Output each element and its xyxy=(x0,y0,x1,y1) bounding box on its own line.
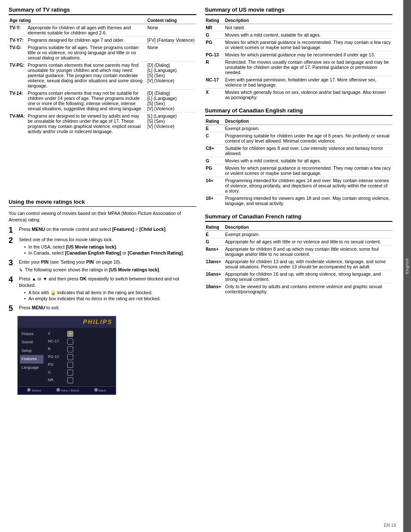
unlocked-icon[interactable] xyxy=(67,362,73,368)
step-subs: In the USA, select [US Movie ratings loc… xyxy=(24,244,196,256)
table-row: RRestricted. The movies usually contain … xyxy=(205,59,393,76)
step-content: Select one of the menus for movie rating… xyxy=(19,236,196,256)
list-item: A box with 🔒 indicates that all items in… xyxy=(24,289,196,296)
table-row: NRNot rated. xyxy=(205,24,393,31)
step-text: Press MENU on the remote control and sel… xyxy=(19,226,196,233)
canadian-french-section: Summary of Canadian French rating Rating… xyxy=(205,213,393,295)
rating-cell: 16ans+ xyxy=(205,271,224,283)
us-col-rating: Rating xyxy=(205,17,224,24)
table-row: EExempt program. xyxy=(205,125,393,132)
tv-bottom-btn[interactable]: Back xyxy=(94,388,106,393)
tv-menu-item[interactable]: Language xyxy=(20,364,44,372)
desc-cell: Movies with a mild content, suitable for… xyxy=(224,157,393,165)
unlocked-icon[interactable] xyxy=(67,370,73,376)
rating-cell: 8ans+ xyxy=(205,246,224,258)
step-arrow: ↳The following screen shows the ratings … xyxy=(19,267,196,273)
unlocked-icon[interactable] xyxy=(67,339,73,345)
unlocked-icon[interactable] xyxy=(67,354,73,360)
table-row: TV-MA:Programs are designed to be viewed… xyxy=(9,112,196,135)
main-content: Summary of TV ratings Age rating Content… xyxy=(0,0,403,532)
rating-cell: C8+ xyxy=(205,145,224,157)
table-row: TV-PG:Programs contain elements that som… xyxy=(9,62,196,90)
step-number: 4 xyxy=(9,276,16,283)
rating-cell: PG xyxy=(205,39,224,51)
tv-body: PictureSoundSetupFeaturesLanguage X🔒NC-1… xyxy=(18,328,116,386)
movie-lock-title: Using the movie ratings lock xyxy=(9,199,196,207)
canadian-english-section: Summary of Canadian English rating Ratin… xyxy=(205,107,393,207)
table-row: CProgramming suitable for children under… xyxy=(205,132,393,145)
tv-rating-cell: TV-MA: xyxy=(9,112,27,135)
tv-bottom-btn[interactable]: View / Block xyxy=(56,388,79,393)
rating-cell: C xyxy=(205,132,224,145)
tv-desc-cell: Programs designed for children age 7 and… xyxy=(27,37,146,44)
tv-menu-item[interactable]: Sound xyxy=(20,338,44,347)
desc-cell: Even with parental permission, forbidden… xyxy=(224,76,393,89)
table-row: 8ans+Appropriate for children 8 and up w… xyxy=(205,246,393,258)
desc-cell: Exempt program. xyxy=(224,231,393,238)
desc-cell: Not rated. xyxy=(224,24,393,31)
tv-rating-cell: TV-Y: xyxy=(9,24,27,37)
tv-desc-cell: Programs are designed to be viewed by ad… xyxy=(27,112,146,135)
desc-cell: Appropriate for children 16 and up, with… xyxy=(224,271,393,283)
rating-cell: NR xyxy=(205,24,224,31)
tv-rating-cell: TV-G: xyxy=(9,44,27,62)
tv-bottom-btn[interactable]: Select xyxy=(27,388,41,393)
tv-col-content: Content rating xyxy=(146,17,196,24)
table-row: C8+Suitable for children ages 8 and over… xyxy=(205,145,393,157)
unlocked-icon[interactable] xyxy=(67,346,73,352)
can-eng-col-rating: Rating xyxy=(205,118,224,125)
canadian-french-table: Rating Description EExempt program.GAppr… xyxy=(205,224,393,295)
step-text: Enter your PIN (see 'Setting your PIN' o… xyxy=(19,259,196,265)
tv-desc-cell: Programs suitable for all ages. These pr… xyxy=(27,44,146,62)
canadian-english-table: Rating Description EExempt program.CProg… xyxy=(205,118,393,207)
tv-menu-item[interactable]: Setup xyxy=(20,347,44,355)
tv-content-cell: [D] (Dialog)[L] (Language)[S] (Sex)[V] (… xyxy=(146,90,196,112)
locked-icon[interactable]: 🔒 xyxy=(67,331,73,337)
desc-cell: Exempt program. xyxy=(224,125,393,132)
table-row: 16ans+Appropriate for children 16 and up… xyxy=(205,271,393,283)
tv-menu-item[interactable]: Features xyxy=(20,355,44,364)
step-item: 4Press ▲ or ▼ and then press OK repeated… xyxy=(9,276,196,302)
step-item: 2Select one of the menus for movie ratin… xyxy=(9,236,196,256)
step-text: Select one of the menus for movie rating… xyxy=(19,236,196,243)
step-content: Press MENU on the remote control and sel… xyxy=(19,226,196,233)
tv-rating-row: G xyxy=(48,369,114,376)
step-subs: A box with 🔒 indicates that all items in… xyxy=(24,289,196,302)
desc-cell: Movies for which parental guidance is re… xyxy=(224,165,393,177)
tv-rating-label: PG xyxy=(48,362,65,368)
side-tab: English xyxy=(403,0,411,532)
tv-content-cell: [D] (Dialog)[L] (Language)[S] (Sex)[V] (… xyxy=(146,62,196,90)
tv-rating-label: NC-17 xyxy=(48,339,65,345)
table-row: 18ans+Only to be viewed by adults and co… xyxy=(205,283,393,296)
unlocked-icon[interactable] xyxy=(67,377,73,383)
tv-rating-cell: TV-14: xyxy=(9,90,27,112)
tv-menu-item[interactable]: Picture xyxy=(20,330,44,339)
rating-cell: 13ans+ xyxy=(205,258,224,271)
right-sections: Summary of US movie ratings Rating Descr… xyxy=(205,6,393,526)
rating-cell: R xyxy=(205,59,224,76)
table-row: TV-Y7:Programs designed for children age… xyxy=(9,37,196,44)
desc-cell: Appropriate for children 8 and up which … xyxy=(224,246,393,258)
tv-rating-row: NC-17 xyxy=(48,338,114,345)
tv-rating-cell: TV-Y7: xyxy=(9,37,27,44)
can-fr-col-rating: Rating xyxy=(205,224,224,231)
movie-lock-section: Using the movie ratings lock You can con… xyxy=(9,199,196,526)
table-row: NC-17Even with parental permission, forb… xyxy=(205,76,393,89)
step-content: Press MENU to exit. xyxy=(19,305,196,311)
page-footer: EN 19 xyxy=(384,523,396,528)
can-fr-col-desc: Description xyxy=(224,224,393,231)
rating-cell: E xyxy=(205,231,224,238)
table-row: 13ans+Appropriate for children 13 and up… xyxy=(205,258,393,271)
rating-cell: G xyxy=(205,157,224,165)
table-row: TV-Y:Appropriate for children of all age… xyxy=(9,24,196,37)
tv-rating-label: R xyxy=(48,346,65,352)
table-row: PG-13Movies for which parental guidance … xyxy=(205,51,393,59)
tv-rating-label: G xyxy=(48,370,65,376)
step-text: Press ▲ or ▼ and then press OK repeatedl… xyxy=(19,276,196,288)
tv-rating-label: PG-13 xyxy=(48,354,65,360)
rating-cell: G xyxy=(205,31,224,39)
table-row: 14+Programming intended for children age… xyxy=(205,177,393,195)
tv-content-cell: [FV] (Fantasy Violence) xyxy=(146,37,196,44)
tv-brand: PHILIPS xyxy=(83,318,112,325)
tv-top-bar: PHILIPS xyxy=(18,316,116,328)
